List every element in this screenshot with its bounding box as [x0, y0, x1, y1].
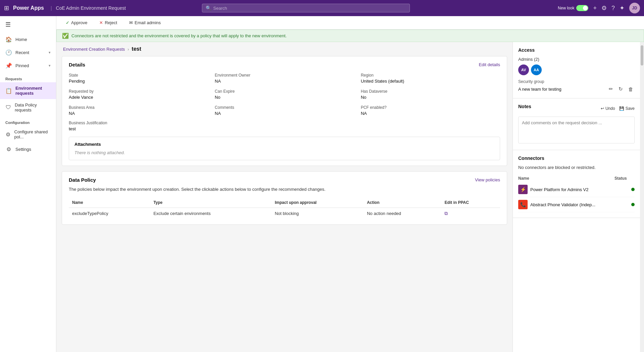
search-input[interactable]: [213, 6, 406, 11]
notes-title: Notes: [518, 104, 531, 109]
help-icon[interactable]: ?: [611, 5, 615, 12]
requested-by-label: Requested by: [69, 89, 208, 94]
brand-separator: |: [51, 5, 52, 11]
hamburger-icon[interactable]: ☰: [0, 16, 56, 33]
access-section: Access Admins (2) AV AA Security group A…: [513, 42, 640, 98]
settings-icon[interactable]: ⚙: [601, 4, 607, 12]
notes-textarea[interactable]: [518, 117, 635, 143]
avatar-av[interactable]: AV: [518, 64, 529, 75]
delete-security-icon[interactable]: 🗑: [627, 86, 635, 93]
email-admins-button[interactable]: ✉ Email admins: [126, 19, 163, 27]
save-button[interactable]: 💾 Save: [619, 106, 635, 111]
state-field: State Pending: [69, 73, 208, 84]
policy-edit[interactable]: ⧉: [441, 208, 500, 219]
col-action-header: Action: [364, 197, 441, 208]
edit-in-ppac-icon[interactable]: ⧉: [444, 211, 448, 216]
data-policy-card: Data Policy View policies The policies b…: [62, 171, 507, 225]
info-circle-icon: ✅: [62, 33, 69, 39]
pcf-label: PCF enabled?: [361, 105, 500, 110]
policy-description: The policies below impact the environmen…: [69, 186, 500, 193]
sidebar-env-requests-label: Environment requests: [15, 86, 51, 96]
sidebar-item-recent[interactable]: 🕐 Recent ▾: [0, 46, 56, 59]
business-just-field: Business Justification test: [69, 121, 500, 131]
region-value: United States (default): [361, 79, 500, 84]
edit-details-link[interactable]: Edit details: [479, 62, 500, 67]
scrollbar-thumb[interactable]: [641, 45, 643, 65]
pinned-icon: 📌: [5, 62, 12, 69]
connectors-status: No connectors are blocked or restricted.: [518, 165, 635, 170]
apps-grid-icon[interactable]: ⊞: [4, 4, 9, 12]
edit-security-icon[interactable]: ✏: [607, 85, 614, 93]
sidebar-item-data-policy[interactable]: 🛡 Data Policy requests: [0, 99, 56, 116]
settings-sidebar-icon: ⚙: [5, 146, 12, 152]
new-look-toggle[interactable]: New look: [558, 5, 588, 11]
save-label: Save: [626, 106, 635, 111]
add-icon[interactable]: +: [593, 5, 597, 12]
refresh-security-icon[interactable]: ↻: [617, 85, 624, 93]
connector-name: Abstract Phone Validator (Indep...: [530, 202, 629, 207]
breadcrumb-current: test: [132, 46, 141, 52]
connector-icon: ⚡: [518, 185, 528, 194]
env-owner-label: Environment Owner: [215, 73, 354, 78]
table-row: excludeTypePolicy Exclude certain enviro…: [69, 208, 500, 219]
approve-label: Approve: [71, 20, 87, 25]
sidebar-item-configure[interactable]: ⚙ Configure shared pol...: [0, 126, 56, 143]
reject-x-icon: ✕: [99, 20, 103, 25]
avatar-aa[interactable]: AA: [531, 64, 542, 75]
list-item: 📞 Abstract Phone Validator (Indep...: [518, 197, 635, 212]
pcf-value: NA: [361, 111, 500, 116]
sidebar-configure-label: Configure shared pol...: [14, 129, 51, 139]
sidebar-item-home[interactable]: 🏠 Home: [0, 33, 56, 46]
comments-value: NA: [215, 111, 354, 116]
sidebar-item-pinned[interactable]: 📌 Pinned ▾: [0, 59, 56, 72]
reject-button[interactable]: ✕ Reject: [97, 19, 120, 27]
has-dataverse-label: Has Dataverse: [361, 89, 500, 94]
approve-button[interactable]: ✓ Approve: [63, 19, 90, 27]
email-admins-label: Email admins: [135, 20, 161, 25]
connector-type-icon: ⚡: [520, 187, 526, 192]
search-box[interactable]: 🔍: [202, 4, 410, 12]
attachments-title: Attachments: [74, 142, 494, 147]
configure-icon: ⚙: [5, 131, 11, 138]
business-just-label: Business Justification: [69, 121, 500, 125]
policy-action: No action needed: [364, 208, 441, 219]
notes-section: Notes ↩ Undo 💾 Save: [513, 98, 640, 150]
details-grid: State Pending Environment Owner NA Regio…: [69, 73, 500, 116]
can-expire-label: Can Expire: [215, 89, 354, 94]
security-value-row: A new team for testing ✏ ↻ 🗑: [518, 85, 635, 93]
details-card-header: Details Edit details: [69, 62, 500, 68]
copilot-icon[interactable]: ✦: [620, 4, 625, 12]
col-edit-header: Edit in PPAC: [441, 197, 500, 208]
connector-col-status: Status: [614, 176, 635, 181]
user-avatar[interactable]: JD: [629, 3, 640, 13]
sidebar-item-env-requests[interactable]: 📋 Environment requests: [0, 82, 56, 99]
new-look-switch[interactable]: [576, 5, 588, 11]
policy-name: excludeTypePolicy: [69, 208, 150, 219]
requested-by-field: Requested by Adele Vance: [69, 89, 208, 100]
data-policy-title: Data Policy: [69, 177, 96, 183]
undo-button[interactable]: ↩ Undo: [601, 106, 615, 111]
search-icon: 🔍: [206, 5, 211, 11]
undo-icon: ↩: [601, 106, 604, 111]
breadcrumb-parent-link[interactable]: Environment Creation Requests: [63, 47, 125, 52]
can-expire-value: No: [215, 95, 354, 100]
scrollbar-track[interactable]: [640, 42, 644, 352]
comments-label: Comments: [215, 105, 354, 110]
sidebar-item-settings[interactable]: ⚙ Settings: [0, 143, 56, 156]
comments-field: Comments NA: [215, 105, 354, 116]
email-icon: ✉: [129, 20, 133, 25]
left-panel: Environment Creation Requests › test Det…: [56, 42, 513, 352]
policy-table: Name Type Impact upon approval Action Ed…: [69, 197, 500, 219]
approve-check-icon: ✓: [66, 20, 69, 25]
env-requests-icon: 📋: [5, 88, 12, 94]
sidebar-home-label: Home: [15, 37, 27, 42]
data-policy-header: Data Policy View policies: [69, 177, 500, 183]
details-title: Details: [69, 62, 85, 68]
access-title: Access: [518, 47, 635, 53]
status-dot: [631, 203, 635, 206]
topnav: ⊞ Power Apps | CoE Admin Environment Req…: [0, 0, 644, 16]
list-item: ⚡ Power Platform for Admins V2: [518, 182, 635, 197]
right-panel: Access Admins (2) AV AA Security group A…: [513, 42, 640, 352]
business-just-value: test: [69, 126, 500, 131]
view-policies-link[interactable]: View policies: [475, 177, 500, 182]
